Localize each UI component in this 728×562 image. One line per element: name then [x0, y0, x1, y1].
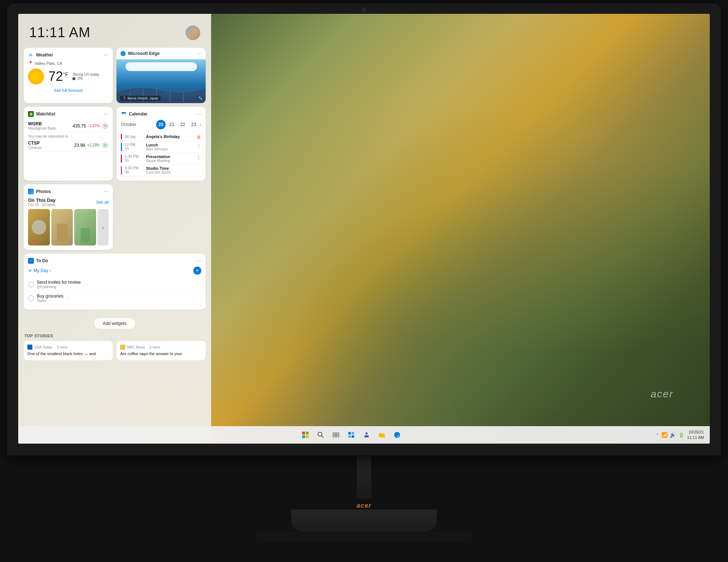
story-text-2: Are coffee naps the answer to your — [120, 351, 202, 357]
sys-tray-icons: 📶 🔊 🔋 — [661, 432, 684, 438]
photos-more-button[interactable]: ··· — [104, 189, 108, 194]
weather-widget-header: Weather ··· — [28, 52, 108, 58]
wifi-icon[interactable]: 📶 — [661, 432, 668, 438]
calendar-header: Calendar ··· — [121, 111, 201, 117]
todo-text-1: Send invites for review Q4 planning — [37, 280, 81, 289]
cal-date-20[interactable]: 20 — [156, 120, 166, 129]
story-card-2[interactable]: NBC News · 5 mins Are coffee naps the an… — [116, 341, 206, 360]
cal-event-lunch: 12 PM 1h Lunch Alex Johnson ⋮ — [121, 141, 201, 153]
volume-icon[interactable]: 🔊 — [670, 432, 676, 438]
cal-chevron-down[interactable]: › — [200, 122, 201, 127]
svg-rect-21 — [333, 435, 336, 437]
cal-event-presentation: 1:30 PM 1h Presentation Skype Meeting ⋮ — [121, 153, 201, 165]
stock-price: 435.75 — [73, 123, 86, 129]
suggested-add-button[interactable]: + — [102, 142, 108, 149]
taskbar-clock[interactable]: 10/20/21 11:11 AM — [687, 429, 704, 441]
taskbar-center — [299, 428, 404, 441]
forecast-link[interactable]: See full forecast — [28, 88, 108, 93]
photo-thumb-3[interactable] — [74, 209, 96, 245]
watchlist-more-button[interactable]: ··· — [104, 111, 108, 117]
photos-see-all-link[interactable]: See all — [96, 200, 108, 204]
todo-star-1[interactable]: ☆ — [84, 282, 88, 287]
presentation-indicator — [121, 154, 122, 163]
monitor-base-bottom — [255, 531, 473, 542]
watchlist-icon: 🏠 — [28, 111, 34, 117]
photos-grid: › — [28, 209, 108, 245]
lunch-more-button[interactable]: ⋮ — [196, 143, 201, 149]
todo-text-2: Buy groceries Tasks — [37, 294, 63, 303]
search-taskbar-button[interactable] — [314, 428, 327, 441]
calendar-title: Calendar — [129, 111, 147, 117]
todo-header: ✓ To Do ··· — [28, 258, 201, 264]
todo-more-button[interactable]: ··· — [197, 258, 201, 264]
teams-taskbar-button[interactable] — [360, 428, 373, 441]
photos-title-row: Photos — [28, 189, 51, 194]
svg-line-18 — [321, 436, 323, 437]
edge-logo-icon — [120, 51, 126, 56]
todo-widget: ✓ To Do ··· ☀ My Day › — [24, 254, 206, 310]
svg-rect-12 — [122, 113, 126, 114]
cal-date-23[interactable]: 23 — [189, 120, 198, 129]
svg-point-2 — [30, 54, 32, 56]
camera-dot — [362, 8, 366, 12]
sys-tray-expand[interactable]: ^ — [657, 433, 658, 437]
start-button[interactable] — [299, 428, 312, 441]
search-icon — [317, 432, 324, 438]
edge-expand-button[interactable]: ⤡ — [198, 95, 203, 101]
uv-row: Strong UV today — [72, 72, 99, 76]
task-view-icon — [333, 432, 339, 438]
calendar-events: All day Angela's Birthday 🎂 12 PM — [121, 132, 201, 176]
presentation-time: 1:30 PM 1h — [125, 154, 143, 162]
todo-icon: ✓ — [28, 258, 34, 264]
add-widgets-button[interactable]: Add widgets — [94, 318, 135, 329]
widgets-icon — [348, 432, 355, 438]
edge-image: 📍 Ikema Ohashi, Japan ⤡ — [116, 59, 206, 103]
stock-name: Woodgrove Bank — [28, 126, 56, 130]
taskbar-time: 10/20/21 — [687, 429, 704, 435]
studio-details: Studio Time Conf Rm 32/35 — [146, 166, 170, 174]
top-stories-header: TOP STORIES — [24, 334, 206, 338]
cal-date-22[interactable]: 22 — [178, 120, 187, 129]
weather-more-button[interactable]: ··· — [104, 52, 108, 58]
photos-section-title: On This Day — [28, 197, 56, 203]
todo-myday-button[interactable]: ☀ My Day › — [28, 268, 51, 273]
task-view-button[interactable] — [329, 428, 343, 441]
sun-icon — [28, 68, 44, 85]
time-header: 11:11 AM — [18, 14, 211, 44]
photos-icon — [28, 189, 34, 194]
cal-date-21[interactable]: 21 — [167, 120, 177, 129]
svg-rect-15 — [302, 435, 305, 438]
taskbar-right: ^ 📶 🔊 🔋 10/20/21 11:11 AM — [657, 429, 704, 441]
monitor-base — [291, 510, 437, 531]
file-explorer-button[interactable] — [375, 428, 388, 441]
presentation-more-button[interactable]: ⋮ — [196, 154, 201, 160]
battery-icon[interactable]: 🔋 — [678, 432, 684, 438]
edge-taskbar-icon — [394, 432, 400, 438]
todo-checkbox-1[interactable] — [28, 282, 34, 287]
calendar-more-button[interactable]: ··· — [197, 111, 201, 117]
story-card-1[interactable]: USA Today · 3 mins One of the smallest b… — [24, 341, 113, 360]
stock-action-circle[interactable]: − — [102, 123, 108, 129]
photo-thumb-1[interactable] — [28, 209, 50, 245]
weather-details: Strong UV today 0% — [72, 72, 99, 80]
todo-checkbox-2[interactable] — [28, 295, 34, 301]
watchlist-interest-label: You may be interested in — [28, 132, 108, 139]
photo-more-button[interactable]: › — [98, 209, 108, 245]
todo-add-button[interactable]: + — [193, 267, 201, 275]
stock-ticker: WGRB — [28, 121, 56, 126]
svg-rect-11 — [122, 113, 126, 116]
allday-indicator — [121, 134, 122, 139]
photos-title: Photos — [36, 189, 51, 194]
user-avatar[interactable] — [186, 25, 200, 40]
edge-more-button[interactable]: ··· — [197, 51, 202, 56]
photo-thumb-2[interactable] — [51, 209, 73, 245]
todo-star-2[interactable]: ☆ — [66, 295, 71, 301]
photo-3-plant — [81, 228, 90, 243]
cal-event-studio: 6:00 PM 3h Studio Time Conf Rm 32/35 — [121, 165, 201, 176]
edge-taskbar-button[interactable] — [391, 428, 404, 441]
widgets-taskbar-button[interactable] — [345, 428, 358, 441]
edge-search-bar[interactable] — [126, 62, 197, 71]
add-widgets-container: Add widgets — [18, 313, 211, 334]
precip-icon — [72, 77, 75, 80]
stories-grid: USA Today · 3 mins One of the smallest b… — [24, 341, 206, 360]
